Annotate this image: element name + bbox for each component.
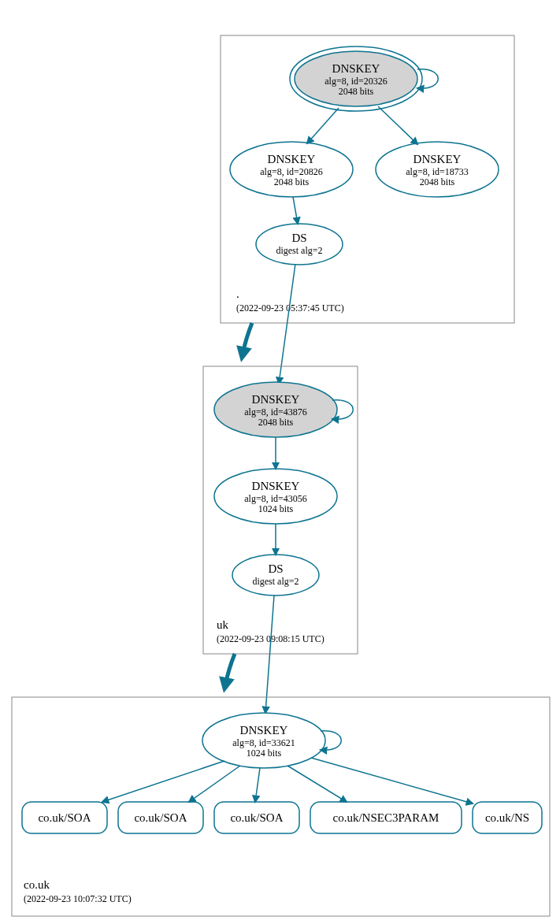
edge-uk-to-couk-zone xyxy=(225,654,235,685)
edge-root-ksk-zsk1 xyxy=(307,108,339,143)
svg-text:co.uk/SOA: co.uk/SOA xyxy=(134,811,187,824)
svg-text:DNSKEY: DNSKEY xyxy=(268,153,316,165)
edge-couk-zsk-soa2 xyxy=(189,766,240,802)
svg-text:1024 bits: 1024 bits xyxy=(258,503,294,514)
zone-uk: uk (2022-09-23 09:08:15 UTC) DNSKEY alg=… xyxy=(203,366,358,654)
svg-text:co.uk/NSEC3PARAM: co.uk/NSEC3PARAM xyxy=(333,811,439,824)
edge-root-ds-uk-ksk xyxy=(279,264,295,384)
node-couk-soa3: co.uk/SOA xyxy=(214,802,299,833)
zone-couk: co.uk (2022-09-23 10:07:32 UTC) DNSKEY a… xyxy=(12,697,550,916)
dnssec-chain-diagram: . (2022-09-23 05:37:45 UTC) DNSKEY alg=8… xyxy=(0,0,560,924)
node-couk-nsec3param: co.uk/NSEC3PARAM xyxy=(310,802,462,833)
svg-text:DS: DS xyxy=(268,562,283,575)
svg-text:2048 bits: 2048 bits xyxy=(339,86,374,97)
node-uk-ds: DS digest alg=2 xyxy=(232,555,319,596)
edge-couk-zsk-ns xyxy=(311,758,473,803)
node-couk-soa2: co.uk/SOA xyxy=(118,802,203,833)
edge-couk-zsk-soa3 xyxy=(255,768,260,802)
edge-couk-zsk-soa1 xyxy=(102,761,224,802)
svg-text:alg=8, id=18733: alg=8, id=18733 xyxy=(406,166,469,177)
svg-point-26 xyxy=(232,555,319,596)
svg-text:DNSKEY: DNSKEY xyxy=(240,724,288,737)
svg-text:DNSKEY: DNSKEY xyxy=(252,393,300,406)
svg-text:DNSKEY: DNSKEY xyxy=(414,153,462,165)
svg-text:digest alg=2: digest alg=2 xyxy=(252,576,299,587)
svg-text:alg=8, id=20826: alg=8, id=20826 xyxy=(260,166,323,177)
svg-text:DS: DS xyxy=(291,232,306,244)
svg-text:co.uk/NS: co.uk/NS xyxy=(485,811,529,824)
node-couk-soa1: co.uk/SOA xyxy=(22,802,107,833)
svg-text:alg=8, id=20326: alg=8, id=20326 xyxy=(325,76,388,87)
zone-uk-label: uk xyxy=(217,618,229,631)
edge-couk-zsk-nsec3 xyxy=(287,766,347,802)
svg-text:DNSKEY: DNSKEY xyxy=(252,480,300,492)
svg-text:2048 bits: 2048 bits xyxy=(258,417,294,428)
svg-text:co.uk/SOA: co.uk/SOA xyxy=(230,811,283,824)
edge-root-ksk-zsk2 xyxy=(378,106,417,144)
svg-text:alg=8, id=43056: alg=8, id=43056 xyxy=(244,493,307,504)
svg-text:co.uk/SOA: co.uk/SOA xyxy=(38,811,91,824)
svg-text:alg=8, id=43876: alg=8, id=43876 xyxy=(244,406,307,417)
edge-root-to-uk-zone xyxy=(243,323,252,354)
node-uk-ksk: DNSKEY alg=8, id=43876 2048 bits xyxy=(214,382,337,437)
svg-text:2048 bits: 2048 bits xyxy=(420,176,455,187)
svg-point-14 xyxy=(256,224,343,265)
node-root-ksk: DNSKEY alg=8, id=20326 2048 bits xyxy=(290,46,422,111)
svg-text:DNSKEY: DNSKEY xyxy=(332,62,380,75)
zone-root: . (2022-09-23 05:37:45 UTC) DNSKEY alg=8… xyxy=(221,35,514,323)
zone-root-label: . xyxy=(236,288,239,300)
node-root-zsk2: DNSKEY alg=8, id=18733 2048 bits xyxy=(376,142,499,197)
zone-couk-time: (2022-09-23 10:07:32 UTC) xyxy=(24,893,132,904)
svg-text:2048 bits: 2048 bits xyxy=(274,176,310,187)
svg-text:digest alg=2: digest alg=2 xyxy=(276,245,322,256)
edge-root-zsk1-ds xyxy=(293,197,298,224)
node-root-zsk1: DNSKEY alg=8, id=20826 2048 bits xyxy=(230,142,353,197)
node-uk-zsk: DNSKEY alg=8, id=43056 1024 bits xyxy=(214,469,337,524)
svg-text:alg=8, id=33621: alg=8, id=33621 xyxy=(232,737,295,748)
zone-couk-label: co.uk xyxy=(24,878,50,891)
node-couk-zsk: DNSKEY alg=8, id=33621 1024 bits xyxy=(202,713,325,768)
svg-text:1024 bits: 1024 bits xyxy=(247,748,282,759)
node-root-ds: DS digest alg=2 xyxy=(256,224,343,265)
node-couk-ns: co.uk/NS xyxy=(473,802,542,833)
